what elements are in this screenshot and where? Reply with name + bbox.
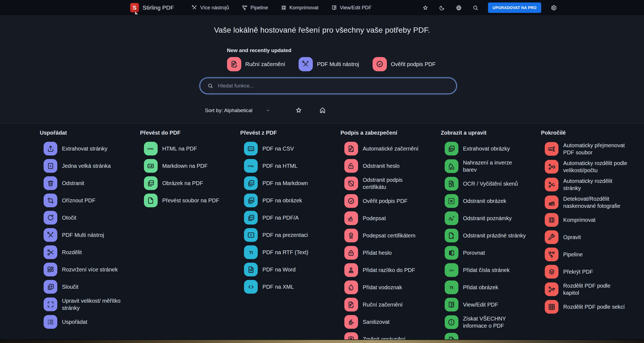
tool-item-automaticky-rozd-lit-str-nky[interactable]: AAutomaticky rozdělit stránky [545, 177, 634, 192]
featured-item-label: Ruční začernění [245, 61, 285, 67]
search-bar[interactable] [200, 78, 457, 94]
tool-item-o-znout-pdf[interactable]: Oříznout PDF [44, 194, 133, 207]
tool-item-label: PDF na Word [262, 266, 296, 273]
tool-item-html-na-pdf[interactable]: HTMLHTML na PDF [144, 142, 233, 155]
image-layered-icon [244, 194, 258, 207]
tool-item-rozd-lit[interactable]: Rozdělit [44, 245, 133, 259]
stirling-logo-icon: S [130, 3, 139, 12]
top-nav: S Stirling PDF Více nástrojůPipelineKomp… [0, 0, 644, 16]
tool-item-automaticky-p-ejmenovat-pdf-soubor[interactable]: abAutomaticky přejmenovat PDF soubor [545, 142, 634, 156]
nav-item-v-ce-n-stroj[interactable]: Více nástrojů [191, 5, 229, 11]
tool-item-label: Odstranit podpis certifikátu [363, 176, 427, 191]
tool-item-pdf-na-csv[interactable]: CSVPDF na CSV [244, 142, 333, 155]
tool-item-odstranit-obr-zek[interactable]: Odstranit obrázek [445, 194, 534, 208]
text-icon: Tt [445, 280, 458, 294]
search-input[interactable] [218, 83, 449, 89]
tool-item-ov-it-podpis-pdf[interactable]: Ověřit podpis PDF [344, 194, 434, 208]
tool-item-p-idat-sla-str-nek[interactable]: 123Přidat čísla stránek [445, 263, 534, 277]
tool-item-pdf-na-prezentaci[interactable]: PDF na prezentaci [244, 228, 333, 242]
resize-icon [44, 297, 57, 311]
tool-item-p-idat-heslo[interactable]: Přidat heslo [344, 246, 434, 260]
tool-item-pipeline[interactable]: Pipeline [545, 248, 634, 261]
tool-item-pdf-na-pdf-a[interactable]: PDFPDF na PDF/A [244, 211, 333, 225]
tool-item-podepsat-certifik-tem[interactable]: Podepsat certifikátem [344, 229, 434, 242]
sort-dropdown[interactable]: Sort by: Alphabetical [205, 107, 270, 114]
pdf-layered-icon: PDF [244, 211, 258, 225]
tool-item-nahrazen-a-inverze-barev[interactable]: Nahrazení a inverze barev [445, 159, 534, 173]
tool-item-p-idat-vodoznak[interactable]: Přidat vodoznak [344, 280, 434, 294]
tool-item-p-idat-raz-tko-do-pdf[interactable]: Přidat razítko do PDF [344, 263, 434, 277]
tool-item-automaticky-rozd-lit-podle-velikosti-po-tu[interactable]: Automaticky rozdělit podle velikosti/poč… [545, 160, 634, 174]
tool-item-odstranit-pozn-mky[interactable]: Odstranit poznámky [445, 211, 534, 225]
tool-item-opravit[interactable]: Opravit [545, 230, 634, 244]
tool-item-pdf-na-xml[interactable]: PDF na XML [244, 280, 333, 294]
favorites-filter-button[interactable] [294, 106, 303, 115]
tool-item-label: Přidat vodoznak [363, 284, 402, 291]
tool-item-pdf-na-word[interactable]: PDF na Word [244, 263, 333, 276]
tool-item-podepsat[interactable]: Podepsat [344, 211, 434, 225]
tool-item-automatick-za-ern-n[interactable]: AAutomatické začernění [344, 142, 434, 155]
home-button[interactable] [318, 106, 327, 115]
image-layered-icon [445, 142, 458, 155]
tool-item-pdf-na-markdown[interactable]: mPDF na Markdown [244, 176, 333, 190]
svg-text:m: m [251, 181, 253, 184]
file-icon [144, 194, 158, 207]
nav-item-komprimovat[interactable]: Komprimovat [281, 5, 319, 11]
tool-item-label: Ověřit podpis PDF [363, 197, 407, 205]
dark-mode-button[interactable] [438, 4, 446, 12]
tool-item-odstranit-heslo[interactable]: Odstranit heslo [344, 159, 434, 173]
nav-item-view-edit-pdf[interactable]: View/Edit PDF [331, 5, 372, 11]
tool-item-p-idat-obr-zek[interactable]: TtPřidat obrázek [445, 280, 534, 294]
tool-item-label: Automaticky rozdělit podle velikosti/poč… [563, 160, 627, 174]
tool-item-pdf-na-rtf-text[interactable]: TtPDF na RTF (Text) [244, 245, 333, 259]
upgrade-pro-button[interactable]: UPGRADOVAT NA PRO [488, 2, 541, 13]
tool-item-pdf-multi-n-stroj[interactable]: PDF Multi nástroj [44, 228, 133, 242]
favorites-star-button[interactable] [421, 4, 430, 12]
tool-item-jedna-velk-str-nka[interactable]: 1Jedna velká stránka [44, 159, 133, 173]
tool-item-extrahovat-str-nky[interactable]: Extrahovat stránky [44, 142, 133, 155]
nav-item-pipeline[interactable]: Pipeline [242, 5, 268, 11]
tool-item-label: Nahrazení a inverze barev [463, 159, 527, 173]
tool-item-rozvr-en-v-ce-str-nek[interactable]: Rozvržení více stránek [44, 263, 133, 276]
tool-item-z-skat-v-echny-informace-o-pdf[interactable]: Získat VŠECHNY informace o PDF [445, 315, 534, 329]
tool-item-extrahovat-obr-zky[interactable]: Extrahovat obrázky [445, 142, 534, 155]
tool-item-porovnat[interactable]: Porovnat [445, 246, 534, 260]
search-button[interactable] [471, 4, 480, 12]
tool-item-p-ekr-t-pdf[interactable]: Překrýt PDF [545, 265, 634, 279]
tool-item-ru-n-za-ern-n[interactable]: Ruční začernění [344, 298, 434, 311]
tool-item-detekovat-rozd-lit-naskenovan-fotografie[interactable]: Detekovat/Rozdělit naskenované fotografi… [545, 195, 634, 209]
tool-item-markdown-na-pdf[interactable]: mMarkdown na PDF [144, 159, 233, 173]
tool-item-sanitizovat[interactable]: Sanitizovat [344, 315, 434, 329]
tool-item-pdf-na-html[interactable]: HTMLPDF na HTML [244, 159, 333, 173]
tool-item-upravit-velikost-m-tko-str-nky[interactable]: Upravit velikost/ měřítko stránky [44, 297, 133, 311]
featured-item-pdf-multi-n-stroj[interactable]: PDF Multi nástroj [299, 57, 359, 71]
tool-item-odstranit[interactable]: Odstranit [44, 176, 133, 190]
tool-item-ocr-vy-i-t-n-sken[interactable]: OCR / Vyčištění skenů [445, 177, 534, 191]
tool-item-komprimovat[interactable]: Komprimovat [545, 213, 634, 227]
tool-item-pdf-na-obr-zek[interactable]: PDF na obrázek [244, 194, 333, 207]
tool-item-odstranit-podpis-certifik-tu[interactable]: Odstranit podpis certifikátu [344, 176, 434, 191]
column-title: Podpis a zabezpečení [341, 130, 434, 136]
settings-button[interactable] [549, 4, 558, 12]
home-icon [319, 107, 326, 114]
tool-item-rozd-lit-pdf-podle-sekc[interactable]: Rozdělit PDF podle sekcí [545, 300, 634, 314]
tool-item-oto-it[interactable]: Otočit [44, 211, 133, 225]
sort-label: Sort by: Alphabetical [205, 107, 253, 114]
overlay-icon [545, 265, 558, 279]
tool-item-rozd-lit-pdf-podle-kapitol[interactable]: Rozdělit PDF podle kapitol [545, 282, 634, 296]
tool-item-uspo-dat[interactable]: Uspořádat [44, 315, 133, 329]
split-chapters-icon [545, 282, 558, 296]
tool-item-label: Sloučit [62, 283, 78, 290]
tool-item-obr-zek-na-pdf[interactable]: PDFObrázek na PDF [144, 176, 233, 190]
language-button[interactable] [455, 4, 463, 12]
tool-item-odstranit-pr-zdn-str-nky[interactable]: Odstranit prázdné stránky [445, 229, 534, 242]
featured-item-ov-it-podpis-pdf[interactable]: Ověřit podpis PDF [373, 57, 436, 71]
svg-text:m: m [149, 165, 151, 168]
featured-item-ru-n-za-ern-n[interactable]: Ruční začernění [227, 57, 285, 71]
tool-item-slou-it[interactable]: Sloučit [44, 280, 133, 294]
app-logo[interactable]: S Stirling PDF [130, 3, 174, 12]
tool-item-p-ev-st-soubor-na-pdf[interactable]: Převést soubor na PDF [144, 194, 233, 207]
tool-item-view-edit-pdf[interactable]: View/Edit PDF [445, 298, 534, 311]
tool-item-label: Porovnat [463, 249, 485, 256]
chevron-down-icon [266, 108, 270, 113]
